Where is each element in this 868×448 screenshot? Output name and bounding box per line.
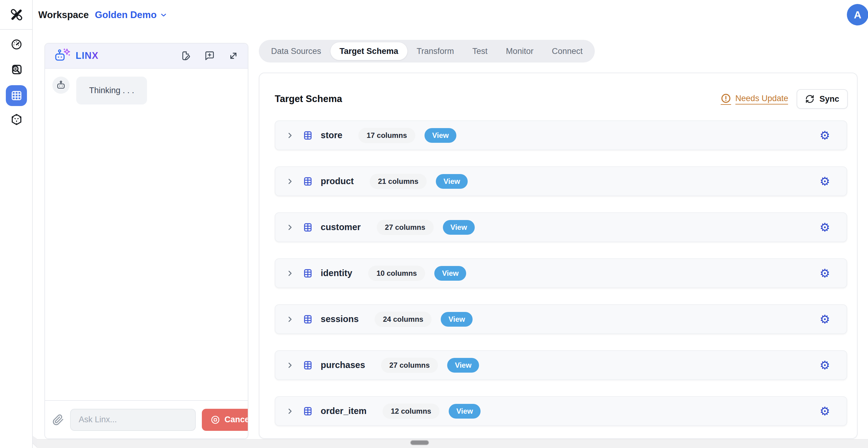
- table-icon: [10, 89, 23, 102]
- tab-monitor[interactable]: Monitor: [497, 42, 543, 60]
- cancel-button[interactable]: Cancel: [202, 409, 248, 431]
- header-actions: Needs Update Sync: [721, 89, 848, 109]
- table-list: store 17 columns View ⚙ product 21 colum…: [259, 109, 857, 426]
- sidebar-item-models[interactable]: [0, 113, 33, 126]
- chevron-right-icon[interactable]: [286, 177, 294, 186]
- table-grid-icon: [303, 406, 313, 416]
- target-schema-card: Target Schema Needs Update: [259, 72, 858, 439]
- target-schema-header: Target Schema Needs Update: [259, 73, 857, 109]
- columns-count-badge: 24 columns: [375, 311, 432, 327]
- linx-header: LINX: [45, 43, 248, 69]
- linx-title: LINX: [76, 50, 99, 61]
- needs-update-link[interactable]: Needs Update: [721, 93, 788, 105]
- cube-icon: [10, 113, 23, 126]
- table-row-customer[interactable]: customer 27 columns View ⚙: [275, 212, 847, 242]
- app-logo[interactable]: [0, 0, 33, 30]
- linx-actions: [180, 51, 239, 61]
- table-grid-icon: [303, 360, 313, 370]
- gear-icon[interactable]: ⚙: [819, 406, 830, 417]
- table-name: sessions: [321, 314, 359, 324]
- tab-test[interactable]: Test: [463, 42, 497, 60]
- table-grid-icon: [303, 130, 313, 140]
- user-avatar[interactable]: A: [847, 4, 868, 25]
- warning-circle-icon: [721, 93, 731, 105]
- table-name: product: [321, 176, 354, 186]
- table-name: identity: [321, 268, 352, 278]
- view-badge[interactable]: View: [441, 312, 473, 327]
- file-pen-icon[interactable]: [180, 51, 191, 61]
- tab-connect[interactable]: Connect: [543, 42, 592, 60]
- view-badge[interactable]: View: [443, 220, 475, 235]
- sidebar-item-explore[interactable]: [0, 63, 33, 76]
- cancel-label: Cancel: [224, 415, 248, 424]
- workspace-name: Golden Demo: [95, 9, 157, 21]
- stop-circle-icon: [210, 415, 220, 425]
- columns-count-badge: 27 columns: [381, 358, 438, 373]
- table-row-order-item[interactable]: order_item 12 columns View ⚙: [275, 396, 847, 426]
- tab-target-schema[interactable]: Target Schema: [331, 42, 408, 60]
- search-document-icon: [10, 63, 23, 76]
- needs-update-label: Needs Update: [735, 94, 788, 104]
- view-badge[interactable]: View: [449, 404, 480, 419]
- table-row-identity[interactable]: identity 10 columns View ⚙: [275, 258, 847, 288]
- columns-count-badge: 21 columns: [370, 174, 427, 189]
- linx-panel: LINX: [44, 43, 248, 439]
- columns-count-badge: 17 columns: [358, 128, 415, 143]
- pipeline-tabs: Data Sources Target Schema Transform Tes…: [259, 40, 595, 62]
- refresh-icon: [805, 94, 814, 103]
- table-row-purchases[interactable]: purchases 27 columns View ⚙: [275, 350, 847, 380]
- sidebar-item-target-schema[interactable]: [6, 85, 27, 106]
- chevron-right-icon[interactable]: [286, 269, 294, 278]
- gear-icon[interactable]: ⚙: [819, 176, 830, 187]
- paperclip-icon[interactable]: [52, 414, 64, 426]
- tab-data-sources[interactable]: Data Sources: [262, 42, 331, 60]
- gear-icon[interactable]: ⚙: [819, 268, 830, 279]
- chain-link-logo-icon: [8, 7, 25, 23]
- gear-icon[interactable]: ⚙: [819, 130, 830, 141]
- chevron-right-icon[interactable]: [286, 407, 294, 416]
- chevron-right-icon[interactable]: [286, 361, 294, 369]
- table-name: purchases: [321, 360, 365, 370]
- workspace-label: Workspace: [38, 9, 89, 21]
- robot-sparkle-icon: [54, 49, 71, 63]
- view-badge[interactable]: View: [434, 266, 466, 281]
- gear-icon[interactable]: ⚙: [819, 359, 830, 371]
- left-icon-rail: [0, 0, 33, 448]
- view-badge[interactable]: View: [447, 358, 479, 372]
- robot-icon: [56, 81, 66, 90]
- linx-input-bar: Cancel: [45, 400, 248, 439]
- gauge-icon: [11, 39, 22, 50]
- table-grid-icon: [303, 268, 313, 278]
- table-name: store: [321, 130, 342, 140]
- sidebar-item-dashboard[interactable]: [0, 39, 33, 50]
- view-badge[interactable]: View: [425, 128, 456, 143]
- gear-icon[interactable]: ⚙: [819, 313, 830, 325]
- sync-button[interactable]: Sync: [797, 89, 848, 109]
- workspace-header: Workspace Golden Demo: [38, 0, 167, 30]
- table-name: customer: [321, 222, 361, 232]
- horizontal-scrollbar-track[interactable]: [37, 439, 868, 448]
- gear-icon[interactable]: ⚙: [819, 221, 830, 233]
- table-row-sessions[interactable]: sessions 24 columns View ⚙: [275, 304, 847, 334]
- expand-icon[interactable]: [228, 51, 239, 61]
- columns-count-badge: 27 columns: [377, 220, 434, 235]
- linx-brand: LINX: [54, 49, 99, 63]
- assistant-message: Thinking . . .: [76, 77, 147, 104]
- table-grid-icon: [303, 315, 313, 324]
- ask-linx-input[interactable]: [70, 409, 196, 431]
- columns-count-badge: 12 columns: [382, 404, 439, 419]
- linx-conversation: Thinking . . .: [45, 69, 248, 400]
- chevron-down-icon: [160, 11, 167, 19]
- page-title: Target Schema: [275, 93, 342, 104]
- chevron-right-icon[interactable]: [286, 223, 294, 232]
- horizontal-scrollbar-thumb[interactable]: [410, 440, 429, 445]
- workspace-switcher[interactable]: Golden Demo: [95, 9, 168, 21]
- table-row-product[interactable]: product 21 columns View ⚙: [275, 167, 847, 196]
- chevron-right-icon[interactable]: [286, 131, 294, 140]
- chevron-right-icon[interactable]: [286, 315, 294, 324]
- new-chat-icon[interactable]: [204, 51, 215, 61]
- columns-count-badge: 10 columns: [368, 266, 425, 281]
- view-badge[interactable]: View: [436, 174, 468, 189]
- tab-transform[interactable]: Transform: [407, 42, 463, 60]
- table-row-store[interactable]: store 17 columns View ⚙: [275, 120, 847, 150]
